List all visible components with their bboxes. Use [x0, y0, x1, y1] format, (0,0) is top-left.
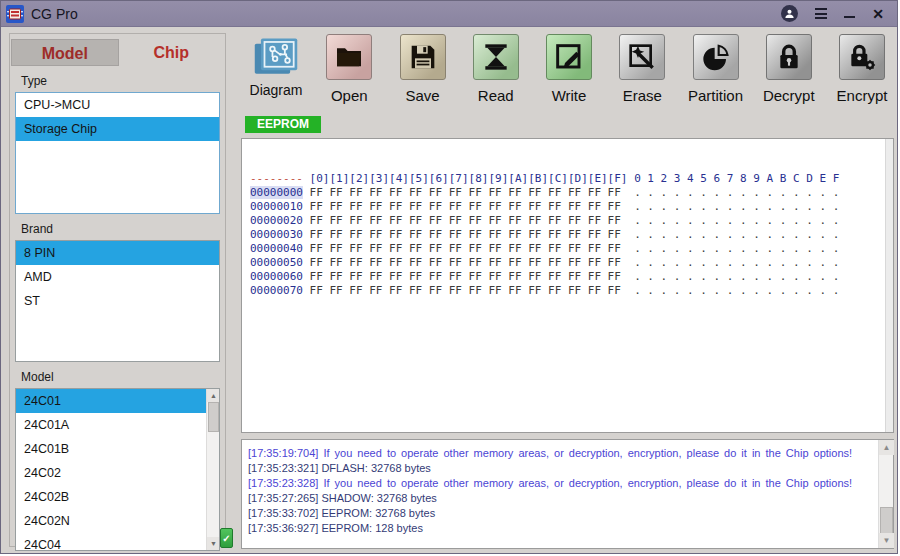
hex-row[interactable]: 00000020 FF FF FF FF FF FF FF FF FF FF F… [250, 214, 893, 228]
hex-viewer[interactable]: -------- [0][1][2][3][4][5][6][7][8][9][… [241, 138, 894, 433]
log-message: EEPROM: 32768 bytes [321, 507, 435, 519]
brand-label: Brand [10, 222, 225, 236]
save-button[interactable]: Save [391, 34, 455, 116]
erase-button[interactable]: Erase [610, 34, 674, 116]
scroll-up-icon[interactable]: ▲ [207, 389, 220, 402]
hex-address: 00000040 [250, 242, 303, 255]
hex-bytes[interactable]: FF FF FF FF FF FF FF FF FF FF FF FF FF F… [310, 228, 621, 241]
brand-list: 8 PINAMDST [15, 240, 220, 362]
hex-ascii: . . . . . . . . . . . . . . . . [634, 256, 839, 269]
type-label: Type [10, 74, 225, 88]
decrypt-button[interactable]: Decrypt [757, 34, 821, 116]
hex-ascii: . . . . . . . . . . . . . . . . [634, 214, 839, 227]
hex-ascii-headers: 0 1 2 3 4 5 6 7 8 9 A B C D E F [634, 172, 839, 185]
hex-row[interactable]: 00000030 FF FF FF FF FF FF FF FF FF FF F… [250, 228, 893, 242]
toolbar-button-label: Decrypt [763, 87, 815, 104]
list-item[interactable]: 8 PIN [16, 241, 219, 265]
log-line: [17:35:33:702] EEPROM: 32768 bytes [248, 506, 873, 521]
type-list: CPU->MCUStorage Chip [15, 92, 220, 214]
hex-address: 00000050 [250, 256, 303, 269]
hex-row[interactable]: 00000010 FF FF FF FF FF FF FF FF FF FF F… [250, 200, 893, 214]
toolbar-button-label: Erase [623, 87, 662, 104]
memory-area-badge[interactable]: EEPROM [245, 116, 321, 133]
toolbar-button-label: Partition [688, 87, 743, 104]
log-message: If you need to operate other memory area… [323, 447, 852, 459]
scroll-down-icon[interactable]: ▼ [207, 537, 220, 550]
list-item[interactable]: ST [16, 289, 219, 313]
partition-pie-icon [693, 34, 739, 80]
hex-bytes[interactable]: FF FF FF FF FF FF FF FF FF FF FF FF FF F… [310, 186, 621, 199]
log-timestamp: [17:35:23:321] [248, 462, 318, 474]
scroll-up-icon[interactable]: ▲ [879, 440, 894, 455]
partition-button[interactable]: Partition [684, 34, 748, 116]
log-scrollbar[interactable]: ▲ ▼ [878, 440, 893, 548]
hex-row[interactable]: 00000070 FF FF FF FF FF FF FF FF FF FF F… [250, 284, 893, 298]
log-message: If you need to operate other memory area… [323, 477, 852, 489]
hex-row[interactable]: 00000060 FF FF FF FF FF FF FF FF FF FF F… [250, 270, 893, 284]
scroll-down-icon[interactable]: ▼ [879, 533, 894, 548]
log-line: [17:35:23:328] If you need to operate ot… [248, 476, 873, 491]
hex-address: 00000010 [250, 200, 303, 213]
hex-address: 00000030 [250, 228, 303, 241]
log-timestamp: [17:35:33:702] [248, 507, 318, 519]
close-icon[interactable]: ✕ [872, 7, 884, 21]
menu-icon[interactable] [815, 8, 827, 19]
tab-chip[interactable]: Chip [119, 39, 225, 66]
read-button[interactable]: Read [464, 34, 528, 116]
hex-bytes[interactable]: FF FF FF FF FF FF FF FF FF FF FF FF FF F… [310, 200, 621, 213]
diagram-icon [253, 34, 299, 80]
log-timestamp: [17:35:19:704] [248, 447, 318, 459]
list-item[interactable]: CPU->MCU [16, 93, 219, 117]
device-status-icon: ✓ [220, 528, 233, 548]
list-item[interactable]: 24C01B [16, 437, 219, 461]
hex-bytes[interactable]: FF FF FF FF FF FF FF FF FF FF FF FF FF F… [310, 214, 621, 227]
hex-ascii: . . . . . . . . . . . . . . . . [634, 200, 839, 213]
hex-bytes[interactable]: FF FF FF FF FF FF FF FF FF FF FF FF FF F… [310, 284, 621, 297]
log-message: DFLASH: 32768 bytes [321, 462, 430, 474]
log-line: [17:35:19:704] If you need to operate ot… [248, 446, 873, 461]
diagram-button[interactable]: Diagram [244, 34, 308, 116]
hex-bytes[interactable]: FF FF FF FF FF FF FF FF FF FF FF FF FF F… [310, 256, 621, 269]
list-item[interactable]: 24C01A [16, 413, 219, 437]
sidebar: Model Chip Type CPU->MCUStorage Chip Bra… [9, 33, 226, 547]
hex-bytes[interactable]: FF FF FF FF FF FF FF FF FF FF FF FF FF F… [310, 270, 621, 283]
save-floppy-icon [400, 34, 446, 80]
hex-row[interactable]: 00000050 FF FF FF FF FF FF FF FF FF FF F… [250, 256, 893, 270]
scrollbar-thumb[interactable] [208, 402, 219, 432]
account-icon[interactable] [781, 5, 798, 22]
toolbar-button-label: Write [552, 87, 587, 104]
write-pencil-icon [546, 34, 592, 80]
hex-column-headers: [0][1][2][3][4][5][6][7][8][9][A][B][C][… [310, 172, 628, 185]
hex-bytes[interactable]: FF FF FF FF FF FF FF FF FF FF FF FF FF F… [310, 242, 621, 255]
app-logo-icon [6, 5, 24, 23]
log-timestamp: [17:35:36:927] [248, 522, 318, 534]
open-button[interactable]: Open [317, 34, 381, 116]
model-list-scrollbar[interactable]: ▲ ▼ [206, 389, 219, 550]
encrypt-button[interactable]: Encrypt [830, 34, 894, 116]
hex-scrollbar[interactable] [885, 139, 893, 432]
tab-model[interactable]: Model [11, 39, 119, 66]
erase-wand-icon [619, 34, 665, 80]
hex-row[interactable]: 00000000 FF FF FF FF FF FF FF FF FF FF F… [250, 186, 893, 200]
list-item[interactable]: 24C02N [16, 509, 219, 533]
title-bar[interactable]: CG Pro ✕ [1, 1, 897, 27]
list-item[interactable]: 24C02B [16, 485, 219, 509]
log-line: [17:35:27:265] SHADOW: 32768 bytes [248, 491, 873, 506]
list-item[interactable]: 24C02 [16, 461, 219, 485]
hex-address: 00000020 [250, 214, 303, 227]
log-message: EEPROM: 128 bytes [321, 522, 423, 534]
list-item[interactable]: 24C01 [16, 389, 219, 413]
decrypt-lock-icon [766, 34, 812, 80]
model-label: Model [10, 370, 225, 384]
write-button[interactable]: Write [537, 34, 601, 116]
hex-ascii: . . . . . . . . . . . . . . . . [634, 242, 839, 255]
minimize-icon[interactable] [844, 16, 855, 18]
list-item[interactable]: 24C04 [16, 533, 219, 551]
toolbar-button-label: Encrypt [837, 87, 888, 104]
log-lines: [17:35:19:704] If you need to operate ot… [242, 440, 893, 536]
hex-row[interactable]: 00000040 FF FF FF FF FF FF FF FF FF FF F… [250, 242, 893, 256]
list-item[interactable]: AMD [16, 265, 219, 289]
log-panel: [17:35:19:704] If you need to operate ot… [241, 439, 894, 549]
list-item[interactable]: Storage Chip [16, 117, 219, 141]
toolbar-button-label: Open [331, 87, 368, 104]
